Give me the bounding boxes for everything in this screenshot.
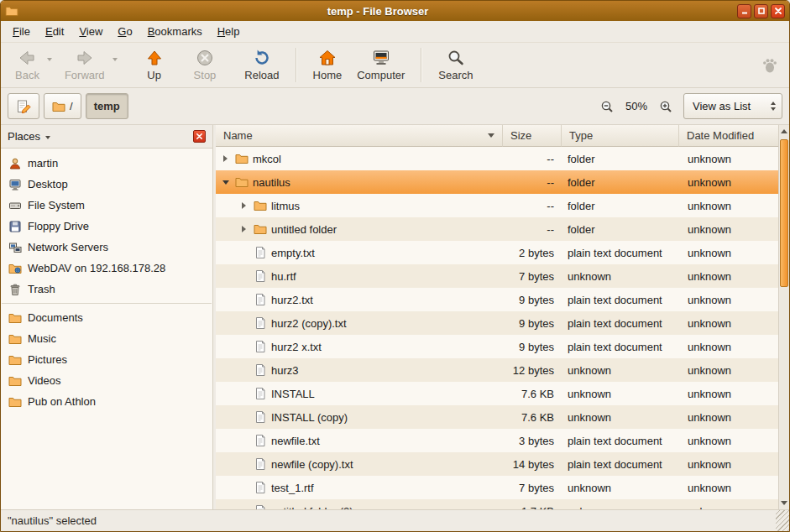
chevron-down-icon[interactable] (45, 136, 50, 139)
menu-go[interactable]: Go (110, 22, 139, 41)
column-header-type[interactable]: Type (562, 125, 679, 147)
file-row[interactable]: newfile (copy).txt 14 bytes plain text d… (216, 452, 778, 476)
scroll-down-button[interactable] (779, 497, 789, 509)
sidebar-item-pub[interactable]: Pub on Athlon (1, 391, 212, 412)
file-row[interactable]: hurz3 12 bytes unknown unknown (216, 358, 778, 382)
file-row[interactable]: INSTALL (copy) 7.6 KB unknown unknown (216, 405, 778, 429)
sidebar-item-pictures[interactable]: Pictures (1, 349, 212, 370)
sidebar-item-floppy[interactable]: Floppy Drive (1, 216, 212, 237)
maximize-button[interactable] (754, 4, 768, 18)
type-cell: folder (562, 147, 679, 170)
file-icon (254, 246, 267, 259)
resize-grip[interactable] (776, 510, 789, 531)
sidebar-item-music[interactable]: Music (1, 328, 212, 349)
expander-icon[interactable] (238, 201, 249, 211)
date-cell: unknown (679, 382, 778, 405)
zoom-in-button[interactable] (656, 96, 676, 117)
file-row[interactable]: empty.txt 2 bytes plain text document un… (216, 241, 778, 264)
file-row[interactable]: INSTALL 7.6 KB unknown unknown (216, 382, 778, 405)
menu-help[interactable]: Help (210, 22, 248, 41)
name-cell: newfile.txt (216, 429, 503, 452)
sidebar-item-trash[interactable]: Trash (1, 279, 212, 300)
name-cell: INSTALL (copy) (216, 405, 503, 429)
path-root-button[interactable]: / (44, 93, 81, 119)
back-button[interactable]: Back (8, 46, 47, 84)
expander-spacer (238, 436, 249, 446)
forward-history-dropdown[interactable] (112, 43, 123, 61)
file-row[interactable]: hurz2.txt 9 bytes plain text document un… (216, 288, 778, 311)
titlebar[interactable]: temp - File Browser (1, 1, 789, 21)
scrollbar-thumb[interactable] (780, 139, 788, 287)
view-mode-select[interactable]: View as List (683, 93, 782, 119)
sidebar-item-desktop[interactable]: Desktop (1, 174, 212, 195)
file-icon (254, 363, 267, 377)
file-icon (254, 269, 267, 283)
sidebar-item-filesystem[interactable]: File System (1, 195, 212, 216)
menu-view[interactable]: View (71, 22, 110, 41)
file-row[interactable]: mkcol -- folder unknown (216, 147, 778, 170)
file-name: newfile.txt (271, 435, 320, 447)
zoom-controls: 50% (597, 96, 676, 117)
close-button[interactable] (771, 4, 785, 18)
file-name: mkcol (253, 153, 281, 165)
sidebar-separator (2, 303, 212, 304)
stop-button[interactable]: Stop (186, 46, 224, 84)
computer-button[interactable]: Computer (349, 46, 412, 84)
file-row[interactable]: hu.rtf 7 bytes unknown unknown (216, 264, 778, 288)
sidebar-item-documents[interactable]: Documents (1, 307, 212, 328)
expander-spacer (238, 389, 249, 399)
scrollbar-trough[interactable] (779, 138, 789, 497)
file-row[interactable]: hurz2 (copy).txt 9 bytes plain text docu… (216, 311, 778, 335)
sidebar-item-network[interactable]: Network Servers (1, 237, 212, 258)
forward-button[interactable]: Forward (57, 46, 112, 84)
minimize-button[interactable] (737, 4, 751, 18)
scroll-up-button[interactable] (779, 125, 789, 138)
vertical-scrollbar[interactable] (778, 125, 789, 509)
column-header-date[interactable]: Date Modified (679, 125, 778, 147)
sidebar-item-home[interactable]: martin (1, 153, 212, 174)
sidebar-item-webdav[interactable]: WebDAV on 192.168.178.28 (1, 258, 212, 279)
menu-file[interactable]: File (5, 22, 38, 41)
type-cell: plain text document (562, 311, 679, 335)
sidebar-item-videos[interactable]: Videos (1, 370, 212, 391)
reload-button[interactable]: Reload (237, 46, 286, 84)
column-header-size[interactable]: Size (503, 125, 562, 147)
up-button[interactable]: Up (136, 46, 173, 84)
name-cell: empty.txt (216, 241, 503, 264)
combo-arrows-icon (763, 102, 776, 111)
file-row[interactable]: test_1.rtf 7 bytes unknown unknown (216, 476, 778, 499)
file-icon (254, 293, 267, 306)
expander-icon[interactable] (220, 154, 231, 164)
type-cell: unknown (562, 382, 679, 405)
places-header: Places (1, 125, 212, 149)
date-cell: unknown (679, 311, 778, 335)
back-history-dropdown[interactable] (47, 43, 57, 61)
menu-bookmarks[interactable]: Bookmarks (140, 22, 210, 41)
close-sidebar-button[interactable] (193, 130, 206, 143)
date-cell: unknown (679, 476, 778, 499)
home-button[interactable]: Home (306, 46, 350, 84)
file-row[interactable]: hurz2 x.txt 9 bytes plain text document … (216, 335, 778, 358)
places-title[interactable]: Places (8, 130, 40, 143)
menu-edit[interactable]: Edit (38, 22, 71, 41)
column-header-name[interactable]: Name (216, 125, 503, 147)
expander-spacer (238, 248, 249, 258)
expander-icon[interactable] (238, 224, 249, 235)
zoom-out-button[interactable] (597, 96, 617, 117)
name-cell: mkcol (216, 147, 503, 170)
file-row-selected[interactable]: nautilus -- folder unknown (216, 170, 778, 194)
user-home-icon (8, 157, 22, 170)
file-list-pane: Name Size Type Date Modified mkcol -- fo… (216, 125, 778, 509)
file-row[interactable]: litmus -- folder unknown (216, 194, 778, 217)
expander-spacer (238, 342, 249, 352)
path-current-button[interactable]: temp (86, 93, 128, 119)
file-row[interactable]: untitled folder -- folder unknown (216, 217, 778, 241)
name-cell: newfile (copy).txt (216, 452, 503, 476)
window-icon[interactable] (5, 4, 18, 18)
file-row[interactable]: newfile.txt 3 bytes plain text document … (216, 429, 778, 452)
expander-icon[interactable] (220, 177, 231, 188)
type-cell: plain text document (562, 335, 679, 358)
edit-location-button[interactable] (8, 93, 39, 119)
file-row[interactable]: untitled folder (2) 1.7 KB unknown unkno… (216, 499, 778, 509)
search-button[interactable]: Search (431, 46, 480, 84)
